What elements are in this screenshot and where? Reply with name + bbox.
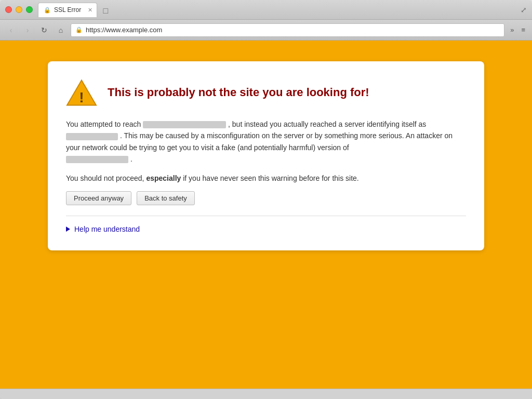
redacted-url-2 xyxy=(66,156,128,163)
new-tab-button[interactable]: □ xyxy=(99,5,112,17)
minimize-button[interactable] xyxy=(16,6,22,13)
tab-label: SSL Error xyxy=(54,6,81,14)
url-text: https://www.example.com xyxy=(86,26,162,34)
warning-advice: You should not proceed, especially if yo… xyxy=(66,172,466,184)
help-me-understand-link[interactable]: Help me understand xyxy=(66,223,466,235)
card-header: ! This is probably not the site you are … xyxy=(66,77,466,108)
toolbar: ‹ › ↻ ⌂ 🔒 https://www.example.com » ≡ xyxy=(0,20,532,41)
card-body: You attempted to reach , but instead you… xyxy=(66,118,466,235)
toolbar-right: » ≡ xyxy=(508,25,528,35)
page-content: ! This is probably not the site you are … xyxy=(0,41,532,389)
triangle-icon xyxy=(66,227,70,232)
title-bar-right: ⤢ xyxy=(521,6,527,14)
svg-text:!: ! xyxy=(79,89,84,105)
proceed-anyway-button[interactable]: Proceed anyway xyxy=(66,191,131,205)
home-button[interactable]: ⌂ xyxy=(54,23,68,37)
lock-icon: 🔒 xyxy=(75,26,83,33)
tab-favicon: 🔒 xyxy=(44,7,51,14)
title-bar: 🔒 SSL Error ✕ □ ⤢ xyxy=(0,0,532,20)
divider xyxy=(66,216,466,216)
restore-button[interactable]: ⤢ xyxy=(521,6,527,14)
buttons-row: Proceed anyway Back to safety xyxy=(66,191,466,205)
warning-triangle-icon: ! xyxy=(66,77,97,108)
redacted-server xyxy=(66,133,118,140)
warning-card: ! This is probably not the site you are … xyxy=(48,61,484,250)
menu-button[interactable]: ≡ xyxy=(518,25,528,35)
forward-button[interactable]: › xyxy=(21,23,34,37)
window-controls xyxy=(5,6,33,13)
close-button[interactable] xyxy=(5,6,12,13)
maximize-button[interactable] xyxy=(26,6,33,13)
back-to-safety-button[interactable]: Back to safety xyxy=(137,191,195,205)
reload-button[interactable]: ↻ xyxy=(37,23,51,37)
tab-close-icon[interactable]: ✕ xyxy=(88,7,92,14)
tab-area: 🔒 SSL Error ✕ □ xyxy=(38,3,521,17)
back-button[interactable]: ‹ xyxy=(4,23,18,37)
warning-paragraph-1: You attempted to reach , but instead you… xyxy=(66,118,466,165)
status-bar xyxy=(0,389,532,399)
address-bar[interactable]: 🔒 https://www.example.com xyxy=(71,23,504,37)
redacted-url-1 xyxy=(143,121,226,128)
more-button[interactable]: » xyxy=(508,25,516,35)
active-tab[interactable]: 🔒 SSL Error ✕ xyxy=(38,3,97,17)
browser-window: 🔒 SSL Error ✕ □ ⤢ ‹ › ↻ ⌂ 🔒 https://www.… xyxy=(0,0,532,399)
warning-title: This is probably not the site you are lo… xyxy=(108,86,369,99)
